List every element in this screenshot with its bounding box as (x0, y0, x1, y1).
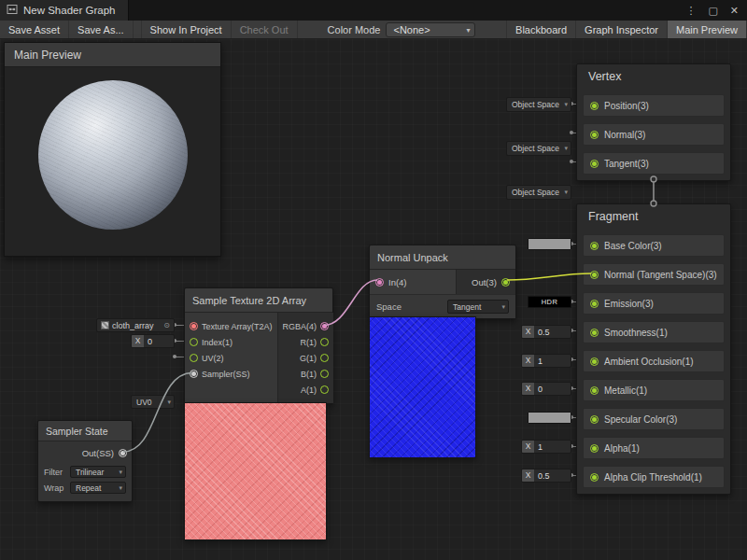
port-label: G(1) (300, 354, 317, 363)
input-row[interactable]: Index(1) (185, 334, 277, 350)
space-value: Object Space (512, 144, 559, 153)
node-sample-texture-2d-array[interactable]: Sample Texture 2D Array Texture Array(T2… (184, 287, 333, 404)
position-space-dropdown[interactable]: Object Space (506, 97, 571, 112)
fragment-row-normal[interactable]: Normal (Tangent Space)(3) (583, 263, 725, 286)
fragment-row-smoothness[interactable]: Smoothness(1) (583, 321, 725, 343)
edge-sampler-to-sampler[interactable] (123, 373, 192, 453)
main-preview-title[interactable]: Main Preview (5, 43, 220, 67)
vertex-row-normal[interactable]: Normal(3) (583, 123, 725, 146)
wrap-dropdown[interactable]: Repeat (70, 482, 126, 494)
input-row[interactable]: Texture Array(T2A) (185, 318, 277, 334)
out-ss-port[interactable] (119, 449, 127, 457)
show-in-project-button[interactable]: Show In Project (141, 21, 232, 38)
sampler-port[interactable] (190, 370, 198, 378)
smoothness-field[interactable]: X 0.5 (521, 325, 571, 339)
fragment-row-emission[interactable]: Emission(3) (583, 292, 725, 315)
metallic-port[interactable] (590, 386, 599, 395)
vertex-row-tangent[interactable]: Tangent(3) (583, 152, 725, 175)
axis-label: X (522, 383, 534, 395)
blackboard-toggle[interactable]: Blackboard (506, 21, 575, 38)
normal-space-dropdown[interactable]: Object Space (506, 141, 571, 156)
fragment-row-alpha[interactable]: Alpha(1) (583, 437, 725, 459)
input-row[interactable]: UV(2) (185, 350, 277, 366)
specular-color-swatch[interactable] (528, 412, 571, 424)
space-label: Space (376, 301, 402, 312)
fragment-row-base-color[interactable]: Base Color(3) (583, 234, 725, 257)
maximize-icon[interactable]: ▢ (708, 0, 717, 21)
fragment-row-metallic[interactable]: Metallic(1) (583, 379, 725, 401)
a-port[interactable] (320, 385, 329, 394)
field-value: 1 (534, 442, 543, 452)
vertex-row-position[interactable]: Position(3) (583, 94, 725, 117)
b-port[interactable] (320, 370, 329, 378)
fragment-row-alpha-clip-threshold[interactable]: Alpha Clip Threshold(1) (583, 466, 725, 488)
specular-color-port[interactable] (590, 415, 599, 424)
node-sampler-state[interactable]: Sampler State Out(SS) Filter Trilinear W… (37, 420, 133, 502)
position-port[interactable] (590, 102, 599, 110)
save-as-button[interactable]: Save As... (69, 21, 134, 38)
graph-inspector-toggle[interactable]: Graph Inspector (575, 21, 667, 38)
emission-port[interactable] (590, 300, 599, 308)
r-port[interactable] (320, 338, 329, 346)
normal-tangent-port[interactable] (590, 271, 599, 279)
in-port[interactable] (375, 278, 384, 287)
save-asset-button[interactable]: Save Asset (0, 21, 69, 38)
g-port[interactable] (320, 354, 329, 362)
ambient-occlusion-field[interactable]: X 1 (521, 354, 571, 368)
texture-array-port[interactable] (190, 322, 198, 330)
node-fragment[interactable]: Fragment Base Color(3) Normal (Tangent S… (576, 203, 731, 495)
kebab-menu-icon[interactable]: ⋮ (685, 0, 696, 21)
port-label: Alpha(1) (604, 443, 640, 454)
space-dropdown[interactable]: Tangent (447, 300, 509, 314)
fragment-row-specular-color[interactable]: Specular Color(3) (583, 408, 725, 430)
color-mode-label: Color Mode (328, 24, 381, 35)
window-tab[interactable]: New Shader Graph (0, 0, 129, 21)
out-port[interactable] (501, 278, 510, 287)
node-vertex[interactable]: Vertex Position(3) Normal(3) Tangent(3) (576, 63, 731, 181)
output-row[interactable]: Out(3) (456, 270, 515, 294)
field-value: 0 (144, 337, 152, 346)
texture-array-field[interactable]: cloth_array ⊙ (96, 318, 175, 332)
rgba-port[interactable] (320, 322, 329, 330)
output-row[interactable]: Out(SS) (38, 441, 132, 464)
main-preview-toggle[interactable]: Main Preview (667, 21, 747, 38)
port-label: Ambient Occlusion(1) (604, 357, 694, 367)
object-picker-icon[interactable]: ⊙ (163, 321, 170, 329)
tangent-space-dropdown[interactable]: Object Space (506, 185, 571, 200)
base-color-port[interactable] (590, 242, 599, 250)
output-row[interactable]: R(1) (278, 334, 334, 350)
alpha-port[interactable] (590, 444, 599, 453)
filter-dropdown[interactable]: Trilinear (70, 466, 126, 478)
index-field[interactable]: X 0 (131, 334, 175, 348)
smoothness-port[interactable] (590, 329, 599, 337)
input-row[interactable]: In(4) (370, 270, 456, 294)
normal-port[interactable] (590, 131, 599, 139)
main-preview-body (5, 67, 220, 256)
port-label: In(4) (388, 277, 407, 287)
uv-port[interactable] (190, 354, 198, 362)
index-port[interactable] (190, 338, 198, 346)
base-color-swatch[interactable] (528, 238, 571, 250)
output-row[interactable]: RGBA(4) (278, 318, 334, 334)
alpha-field[interactable]: X 1 (521, 440, 571, 454)
output-row[interactable]: A(1) (278, 382, 334, 398)
axis-label: X (522, 326, 534, 338)
node-normal-unpack[interactable]: Normal Unpack In(4) Out(3) Space Tangent (369, 245, 516, 319)
tangent-port[interactable] (590, 160, 599, 168)
emission-color-swatch[interactable]: HDR (528, 296, 571, 308)
alpha-clip-threshold-field[interactable]: X 0.5 (521, 469, 571, 483)
fragment-row-ambient-occlusion[interactable]: Ambient Occlusion(1) (583, 350, 725, 372)
alpha-clip-threshold-port[interactable] (590, 473, 599, 482)
graph-canvas[interactable]: Main Preview Vertex Position(3) Normal(3… (0, 39, 747, 560)
output-row[interactable]: B(1) (278, 366, 334, 382)
output-row[interactable]: G(1) (278, 350, 334, 366)
field-value: 1 (534, 357, 543, 366)
input-row[interactable]: Sampler(SS) (185, 366, 277, 382)
main-preview-panel[interactable]: Main Preview (4, 42, 221, 257)
uv-channel-dropdown[interactable]: UV0 (131, 395, 175, 409)
color-mode-dropdown[interactable]: <None> (386, 22, 475, 37)
normal-map-preview (369, 316, 476, 458)
ambient-occlusion-port[interactable] (590, 357, 599, 366)
close-icon[interactable]: ✕ (730, 0, 739, 21)
metallic-field[interactable]: X 0 (521, 382, 571, 396)
